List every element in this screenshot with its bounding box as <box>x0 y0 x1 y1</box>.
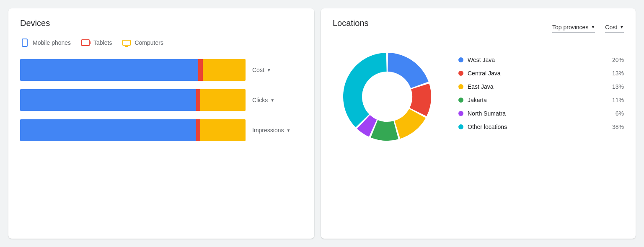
location-pct-2: 13% <box>609 83 624 90</box>
location-dot-1 <box>458 71 463 76</box>
bar-segment-1-2 <box>200 89 246 111</box>
location-row-2: East Java13% <box>458 83 624 90</box>
bar-segment-2-1 <box>196 119 201 141</box>
location-row-1: Central Java13% <box>458 70 624 77</box>
bar-label-arrow-2: ▼ <box>286 128 290 133</box>
donut-chart-wrapper <box>333 46 442 147</box>
locations-controls: Top provinces ▼ Cost ▼ <box>552 24 624 33</box>
bar-container-1 <box>20 89 246 111</box>
bars-container: Cost▼Clicks▼Impressions▼ <box>20 59 303 141</box>
location-dot-5 <box>458 124 463 129</box>
top-provinces-label: Top provinces <box>552 24 588 31</box>
bar-container-0 <box>20 59 246 81</box>
location-pct-4: 6% <box>609 110 624 117</box>
location-dot-2 <box>458 84 463 89</box>
legend-computer-label: Computers <box>134 39 163 46</box>
bar-segment-0-2 <box>203 59 246 81</box>
location-name-0: West Java <box>468 57 605 63</box>
location-row-4: North Sumatra6% <box>458 110 624 117</box>
locations-legend-list: West Java20%Central Java13%East Java13%J… <box>458 57 624 137</box>
cost-dropdown[interactable]: Cost ▼ <box>605 24 624 33</box>
bar-segment-2-2 <box>200 119 246 141</box>
legend-computer: Computers <box>122 38 163 47</box>
bar-row-0: Cost▼ <box>20 59 303 81</box>
location-name-5: Other locations <box>468 124 605 130</box>
tablet-icon <box>81 39 90 46</box>
location-row-0: West Java20% <box>458 57 624 63</box>
legend-mobile: Mobile phones <box>20 38 71 47</box>
bar-label-arrow-0: ▼ <box>267 68 271 72</box>
mobile-icon <box>22 39 28 47</box>
devices-card: Devices Mobile phones Tablets Computers <box>8 8 314 239</box>
bar-segment-1-0 <box>20 89 196 111</box>
bar-label-text-1: Clicks <box>252 97 268 103</box>
legend-tablet-label: Tablets <box>93 39 112 46</box>
locations-body: West Java20%Central Java13%East Java13%J… <box>333 46 624 147</box>
legend-tablet: Tablets <box>81 38 112 47</box>
cost-arrow: ▼ <box>620 25 624 29</box>
location-pct-5: 38% <box>609 124 624 130</box>
bar-container-2 <box>20 119 246 141</box>
location-pct-1: 13% <box>609 70 624 77</box>
bar-row-1: Clicks▼ <box>20 89 303 111</box>
bar-segment-1-1 <box>196 89 201 111</box>
location-name-1: Central Java <box>468 70 605 77</box>
location-name-2: East Java <box>468 83 605 90</box>
top-provinces-dropdown[interactable]: Top provinces ▼ <box>552 24 595 33</box>
location-row-5: Other locations38% <box>458 124 624 130</box>
location-pct-3: 11% <box>609 97 624 103</box>
cost-label: Cost <box>605 24 617 31</box>
bar-label-text-2: Impressions <box>252 127 284 134</box>
location-name-3: Jakarta <box>468 97 605 103</box>
location-row-3: Jakarta11% <box>458 97 624 103</box>
donut-segment-0 <box>388 53 428 88</box>
legend-mobile-label: Mobile phones <box>33 39 71 46</box>
bar-label-2[interactable]: Impressions▼ <box>252 127 303 134</box>
bar-label-arrow-1: ▼ <box>270 98 274 103</box>
location-pct-0: 20% <box>609 57 624 63</box>
dashboard: Devices Mobile phones Tablets Computers <box>8 8 636 239</box>
bar-segment-2-0 <box>20 119 196 141</box>
bar-segment-0-0 <box>20 59 198 81</box>
locations-title: Locations <box>333 18 369 28</box>
computer-icon <box>122 40 131 46</box>
donut-segment-5 <box>343 53 387 127</box>
locations-card: Locations Top provinces ▼ Cost ▼ West Ja… <box>321 8 636 239</box>
location-dot-3 <box>458 98 463 103</box>
top-provinces-arrow: ▼ <box>591 25 595 29</box>
bar-segment-0-1 <box>198 59 203 81</box>
devices-legend: Mobile phones Tablets Computers <box>20 38 303 47</box>
bar-label-1[interactable]: Clicks▼ <box>252 97 303 103</box>
bar-label-0[interactable]: Cost▼ <box>252 67 303 73</box>
location-dot-0 <box>458 57 463 62</box>
locations-header: Locations Top provinces ▼ Cost ▼ <box>333 18 624 38</box>
bar-row-2: Impressions▼ <box>20 119 303 141</box>
donut-chart <box>337 46 437 147</box>
location-dot-4 <box>458 111 463 116</box>
devices-title: Devices <box>20 18 303 28</box>
location-name-4: North Sumatra <box>468 110 605 117</box>
bar-label-text-0: Cost <box>252 67 264 73</box>
